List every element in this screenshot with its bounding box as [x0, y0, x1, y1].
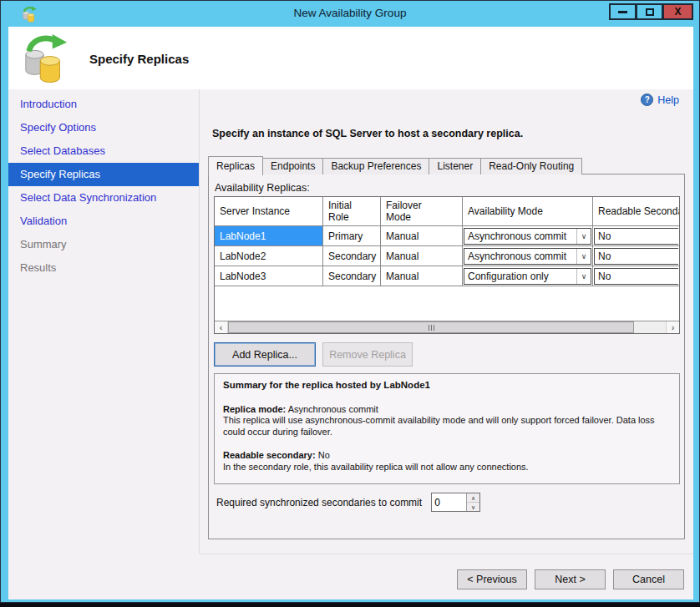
replica-mode-block: Replica mode: Asynchronous commit This r… — [223, 404, 671, 438]
minimize-icon — [618, 11, 627, 13]
wizard-window: New Availability Group X Specify Replica… — [0, 0, 700, 603]
column-header-failover-mode-label: Failover Mode — [386, 200, 434, 224]
footer-divider — [200, 554, 693, 554]
sidebar-item-validation[interactable]: Validation — [8, 210, 199, 233]
readable-secondary-description: In the secondary role, this availability… — [223, 462, 671, 473]
required-secondaries-input[interactable] — [432, 493, 466, 511]
tab-backup-preferences[interactable]: Backup Preferences — [322, 158, 429, 175]
replica-mode-description: This replica will use asynchronous-commi… — [223, 415, 671, 438]
required-secondaries-label: Required synchronized secondaries to com… — [216, 497, 422, 508]
availability-mode-value: Asynchronous commit — [464, 249, 576, 264]
scrollbar-thumb[interactable] — [228, 321, 634, 333]
chevron-down-icon[interactable]: ∨ — [576, 249, 591, 264]
wizard-footer: < Previous Next > Cancel — [8, 554, 693, 599]
desktop: { "window": { "title": "New Availability… — [0, 0, 700, 607]
readable-secondary-dropdown[interactable]: No — [594, 268, 678, 285]
readable-secondary-value: No — [318, 450, 330, 460]
cell-server-instance[interactable]: LabNode2 — [215, 246, 323, 266]
replica-mode-value: Asynchronous commit — [288, 404, 378, 414]
cell-initial-role: Secondary — [323, 246, 381, 266]
help-icon: ? — [641, 94, 653, 106]
cell-availability-mode: Configuration only ∨ — [463, 266, 593, 286]
replica-mode-label: Replica mode: — [223, 404, 286, 414]
cell-server-instance[interactable]: LabNode3 — [215, 266, 323, 286]
tab-read-only-routing[interactable]: Read-Only Routing — [480, 158, 582, 175]
cell-failover-mode: Manual — [381, 246, 463, 266]
column-header-initial-role[interactable]: Initial Role — [323, 197, 381, 225]
grid-horizontal-scrollbar[interactable]: ‹ › — [215, 321, 679, 333]
grid-header-row: Server Instance Initial Role Failover Mo… — [215, 197, 679, 226]
maximize-icon — [646, 8, 654, 16]
availability-replicas-label: Availability Replicas: — [215, 182, 310, 194]
cell-readable-secondary: No — [593, 246, 679, 266]
availability-mode-dropdown[interactable]: Configuration only ∨ — [464, 268, 591, 285]
stepper-arrows: ∧ ∨ — [466, 493, 479, 511]
tab-endpoints[interactable]: Endpoints — [262, 158, 323, 175]
sidebar-item-select-databases[interactable]: Select Databases — [8, 139, 199, 163]
readable-secondary-label: Readable secondary: — [223, 450, 316, 460]
wizard-body: Introduction Specify Options Select Data… — [8, 89, 693, 554]
close-button[interactable]: X — [662, 3, 693, 20]
readable-secondary-dropdown[interactable]: No — [594, 248, 678, 265]
column-header-initial-role-label: Initial Role — [328, 200, 375, 224]
availability-mode-dropdown[interactable]: Asynchronous commit ∨ — [464, 248, 591, 265]
page-title: Specify Replicas — [89, 52, 189, 66]
replica-tabs: Replicas Endpoints Backup Preferences Li… — [208, 155, 582, 175]
chevron-down-icon[interactable]: ∨ — [576, 269, 591, 284]
window-controls: X — [609, 3, 693, 20]
cell-failover-mode: Manual — [381, 266, 463, 286]
help-label: Help — [657, 94, 679, 106]
sidebar-item-specify-replicas[interactable]: Specify Replicas — [8, 163, 199, 186]
previous-button[interactable]: < Previous — [457, 569, 527, 589]
cancel-button[interactable]: Cancel — [613, 569, 684, 589]
scroll-right-arrow-icon[interactable]: › — [666, 321, 679, 333]
chevron-down-icon[interactable]: ∨ — [576, 229, 591, 244]
wizard-header: Specify Replicas — [8, 27, 693, 89]
availability-mode-value: Asynchronous commit — [464, 229, 576, 244]
cell-server-instance[interactable]: LabNode1 — [215, 226, 323, 245]
scroll-left-arrow-icon[interactable]: ‹ — [215, 321, 228, 333]
table-row[interactable]: LabNode2 Secondary Manual Asynchronous c… — [215, 246, 679, 266]
sidebar-item-select-data-synchronization[interactable]: Select Data Synchronization — [8, 186, 199, 210]
replicas-database-icon — [22, 33, 70, 84]
availability-replicas-grid: Server Instance Initial Role Failover Mo… — [214, 196, 680, 334]
tab-listener[interactable]: Listener — [429, 158, 481, 175]
minimize-button[interactable] — [609, 3, 636, 20]
readable-secondary-dropdown[interactable]: No — [594, 228, 678, 245]
step-content: ? Help Specify an instance of SQL Server… — [200, 89, 693, 554]
summary-title: Summary for the replica hosted by LabNod… — [223, 380, 671, 392]
window-title: New Availability Group — [1, 7, 699, 19]
wizard-steps-sidebar: Introduction Specify Options Select Data… — [8, 89, 200, 554]
replicas-tab-panel: Availability Replicas: Server Instance I… — [208, 174, 685, 539]
column-header-failover-mode[interactable]: Failover Mode — [381, 197, 463, 225]
cell-initial-role: Primary — [323, 226, 381, 245]
next-button[interactable]: Next > — [535, 569, 606, 589]
sidebar-item-summary: Summary — [8, 233, 199, 256]
table-row[interactable]: LabNode3 Secondary Manual Configuration … — [215, 266, 679, 286]
titlebar[interactable]: New Availability Group X — [1, 1, 699, 27]
column-header-server-instance[interactable]: Server Instance — [215, 197, 323, 225]
help-link[interactable]: ? Help — [641, 94, 679, 106]
sidebar-item-specify-options[interactable]: Specify Options — [8, 116, 199, 139]
column-header-readable-secondary[interactable]: Readable Secondar — [593, 197, 679, 225]
spin-up-icon[interactable]: ∧ — [467, 493, 479, 503]
cell-readable-secondary: No — [593, 226, 679, 245]
required-secondaries-row: Required synchronized secondaries to com… — [216, 493, 480, 512]
remove-replica-button[interactable]: Remove Replica — [322, 342, 413, 367]
required-secondaries-stepper: ∧ ∨ — [431, 493, 480, 512]
maximize-button[interactable] — [636, 3, 662, 20]
close-icon: X — [674, 7, 681, 17]
cell-failover-mode: Manual — [381, 226, 463, 245]
readable-secondary-block: Readable secondary: No In the secondary … — [223, 450, 671, 473]
availability-mode-value: Configuration only — [464, 269, 576, 284]
tab-replicas[interactable]: Replicas — [208, 156, 263, 175]
cell-availability-mode: Asynchronous commit ∨ — [463, 226, 593, 245]
column-header-availability-mode[interactable]: Availability Mode — [463, 197, 593, 225]
add-replica-button[interactable]: Add Replica... — [214, 342, 316, 367]
sidebar-item-introduction[interactable]: Introduction — [8, 93, 199, 116]
cell-initial-role: Secondary — [323, 266, 381, 286]
availability-mode-dropdown[interactable]: Asynchronous commit ∨ — [464, 228, 591, 245]
table-row[interactable]: LabNode1 Primary Manual Asynchronous com… — [215, 226, 679, 246]
cell-readable-secondary: No — [593, 266, 679, 286]
spin-down-icon[interactable]: ∨ — [467, 503, 479, 511]
